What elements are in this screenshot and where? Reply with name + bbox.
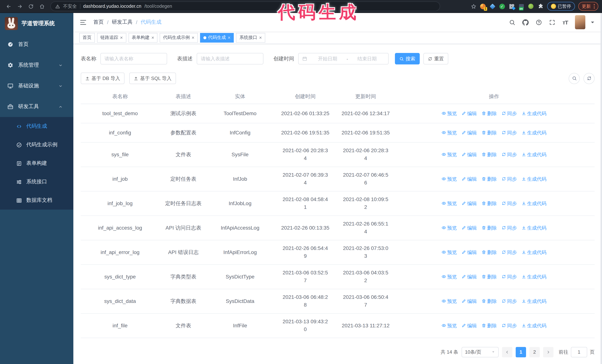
- generate-code-button[interactable]: 生成代码: [522, 199, 547, 207]
- edit-button[interactable]: 编辑: [462, 109, 477, 117]
- generate-code-button[interactable]: 生成代码: [522, 151, 547, 158]
- edit-button[interactable]: 编辑: [462, 175, 477, 183]
- preview-button[interactable]: 预览: [441, 151, 457, 158]
- close-icon[interactable]: ×: [228, 35, 231, 40]
- date-range-picker[interactable]: 开始日期 - 结束日期: [298, 53, 389, 64]
- goto-page-input[interactable]: [571, 347, 587, 357]
- tab-trace[interactable]: 链路追踪×: [97, 33, 126, 42]
- reset-button[interactable]: 重置: [423, 53, 448, 64]
- generate-code-button[interactable]: 生成代码: [522, 224, 547, 232]
- help-icon[interactable]: [536, 19, 542, 25]
- close-icon[interactable]: ×: [259, 35, 262, 40]
- sidebar-item-system-api[interactable]: 系统接口: [0, 173, 73, 191]
- preview-button[interactable]: 预览: [441, 129, 457, 136]
- close-icon[interactable]: ×: [192, 35, 194, 40]
- avatar-caret-icon[interactable]: [589, 19, 596, 25]
- kebab-menu-icon[interactable]: [594, 4, 595, 9]
- generate-code-button[interactable]: 生成代码: [522, 322, 547, 329]
- sync-button[interactable]: 同步: [502, 224, 517, 232]
- breadcrumb-home[interactable]: 首页: [93, 19, 104, 26]
- preview-button[interactable]: 预览: [441, 322, 457, 329]
- forward-icon[interactable]: [15, 1, 25, 11]
- close-icon[interactable]: ×: [151, 35, 154, 40]
- delete-button[interactable]: 删除: [482, 129, 497, 136]
- generate-code-button[interactable]: 生成代码: [522, 248, 547, 256]
- preview-button[interactable]: 预览: [441, 224, 457, 232]
- edit-button[interactable]: 编辑: [462, 129, 477, 136]
- tab-codegen-example[interactable]: 代码生成示例×: [160, 33, 198, 42]
- edit-button[interactable]: 编辑: [462, 322, 477, 329]
- sidebar-item-form-builder[interactable]: 表单构建: [0, 154, 73, 173]
- sync-button[interactable]: 同步: [502, 151, 517, 158]
- edit-button[interactable]: 编辑: [462, 248, 477, 256]
- toggle-search-button[interactable]: [569, 73, 580, 84]
- hamburger-icon[interactable]: [80, 19, 87, 26]
- delete-button[interactable]: 删除: [482, 273, 497, 281]
- sync-button[interactable]: 同步: [502, 248, 517, 256]
- edit-button[interactable]: 编辑: [462, 224, 477, 232]
- search-button[interactable]: 搜索: [395, 53, 420, 64]
- close-icon[interactable]: ×: [120, 35, 123, 40]
- delete-button[interactable]: 删除: [482, 322, 497, 329]
- sidebar-item-codegen[interactable]: 代码生成: [0, 117, 73, 135]
- delete-button[interactable]: 删除: [482, 224, 497, 232]
- sync-button[interactable]: 同步: [502, 297, 517, 305]
- edit-button[interactable]: 编辑: [462, 199, 477, 207]
- edit-button[interactable]: 编辑: [462, 151, 477, 158]
- generate-code-button[interactable]: 生成代码: [522, 129, 547, 136]
- sidebar-item-infra[interactable]: 基础设施: [0, 75, 73, 96]
- generate-code-button[interactable]: 生成代码: [522, 175, 547, 183]
- extension-grid-icon[interactable]: [508, 3, 515, 10]
- sync-button[interactable]: 同步: [502, 322, 517, 329]
- preview-button[interactable]: 预览: [441, 175, 457, 183]
- preview-button[interactable]: 预览: [441, 273, 457, 281]
- refresh-table-button[interactable]: [583, 73, 595, 84]
- preview-button[interactable]: 预览: [441, 109, 457, 117]
- delete-button[interactable]: 删除: [482, 151, 497, 158]
- extension-1-icon[interactable]: 1: [480, 3, 486, 10]
- preview-button[interactable]: 预览: [441, 297, 457, 305]
- extension-bug-icon[interactable]: [528, 3, 534, 10]
- delete-button[interactable]: 删除: [482, 248, 497, 256]
- sync-button[interactable]: 同步: [502, 273, 517, 281]
- font-size-icon[interactable]: тT: [563, 19, 568, 25]
- sidebar-item-system[interactable]: 系统管理: [0, 55, 73, 75]
- prev-page-button[interactable]: [502, 347, 512, 357]
- update-button[interactable]: 更新: [578, 2, 598, 11]
- preview-button[interactable]: 预览: [441, 248, 457, 256]
- sync-button[interactable]: 同步: [502, 109, 517, 117]
- edit-button[interactable]: 编辑: [462, 273, 477, 281]
- tab-form-builder[interactable]: 表单构建×: [128, 33, 157, 42]
- generate-code-button[interactable]: 生成代码: [522, 297, 547, 305]
- search-icon[interactable]: [509, 19, 516, 25]
- sync-button[interactable]: 同步: [502, 129, 517, 136]
- delete-button[interactable]: 删除: [482, 199, 497, 207]
- tab-home[interactable]: 首页: [79, 33, 95, 42]
- delete-button[interactable]: 删除: [482, 297, 497, 305]
- delete-button[interactable]: 删除: [482, 109, 497, 117]
- profile-chip[interactable]: 已暂停: [547, 2, 575, 11]
- sidebar-item-db-doc[interactable]: 数据库文档: [0, 191, 73, 210]
- extension-gem-icon[interactable]: [489, 3, 495, 10]
- reload-icon[interactable]: [26, 1, 36, 11]
- sync-button[interactable]: 同步: [502, 175, 517, 183]
- extension-check-icon[interactable]: ✓: [499, 3, 505, 10]
- table-desc-input[interactable]: [197, 53, 263, 64]
- home-icon[interactable]: [37, 1, 47, 11]
- tab-system-api[interactable]: 系统接口×: [236, 33, 265, 42]
- generate-code-button[interactable]: 生成代码: [522, 109, 547, 117]
- sidebar-item-home[interactable]: 首页: [0, 34, 73, 55]
- app-logo[interactable]: 芋道管理系统: [0, 13, 73, 34]
- scrollbar[interactable]: [601, 13, 602, 364]
- next-page-button[interactable]: [543, 347, 553, 357]
- github-icon[interactable]: [523, 19, 529, 25]
- fullscreen-icon[interactable]: [549, 19, 556, 25]
- table-name-input[interactable]: [100, 53, 167, 64]
- delete-button[interactable]: 删除: [482, 175, 497, 183]
- page-size-select[interactable]: 10条/页: [462, 347, 499, 357]
- sidebar-item-devtools[interactable]: 研发工具: [0, 96, 73, 117]
- sidebar-item-codegen-example[interactable]: 代码生成示例: [0, 135, 73, 154]
- user-avatar[interactable]: [575, 15, 585, 29]
- page-button-2[interactable]: 2: [529, 347, 540, 357]
- address-bar[interactable]: 不安全 dashboard.yudao.iocoder.cn/tool/code…: [50, 1, 440, 11]
